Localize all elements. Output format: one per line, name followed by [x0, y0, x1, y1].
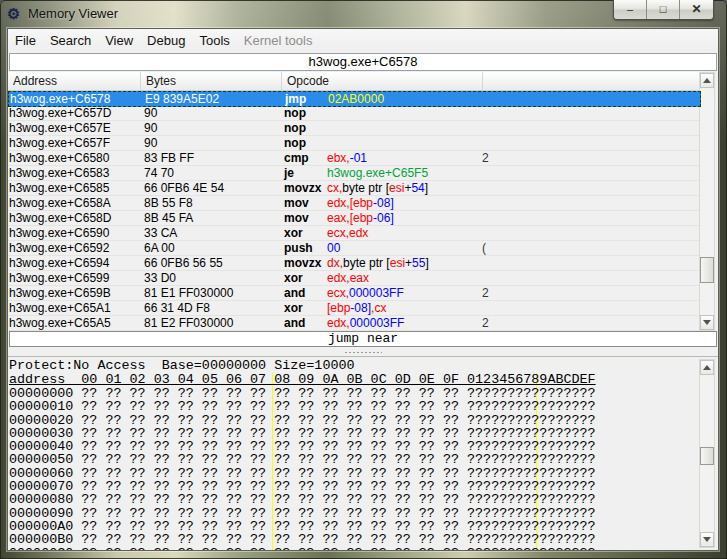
arrow-up-icon	[703, 78, 711, 83]
hex-row[interactable]: 000000C0 ?? ?? ?? ?? ?? ?? ?? ?? ?? ?? ?…	[8, 547, 718, 550]
disasm-row[interactable]: h3wog.exe+C658D8B 45 FAmoveax,[ebp-06]	[8, 211, 701, 226]
row-address: h3wog.exe+C657E	[9, 121, 143, 135]
hex-row[interactable]: 000000A0 ?? ?? ?? ?? ?? ?? ?? ?? ?? ?? ?…	[8, 520, 718, 533]
disasm-row[interactable]: h3wog.exe+C65A581 E2 FF030000andedx,0000…	[8, 316, 701, 331]
row-address: h3wog.exe+C6585	[9, 181, 143, 195]
row-mnemonic: xor	[284, 301, 303, 315]
row-mnemonic: jmp	[285, 92, 306, 106]
hex-row[interactable]: 00000020 ?? ?? ?? ?? ?? ?? ?? ?? ?? ?? ?…	[8, 414, 718, 427]
scroll-up-button[interactable]	[700, 73, 714, 88]
hex-row[interactable]: 00000080 ?? ?? ?? ?? ?? ?? ?? ?? ?? ?? ?…	[8, 493, 718, 506]
menu-file[interactable]: File	[9, 30, 42, 51]
row-comment: 2	[482, 151, 489, 165]
row-bytes: 83 FB FF	[144, 151, 283, 165]
row-operands: ecx,edx	[327, 226, 368, 240]
row-mnemonic: cmp	[284, 151, 309, 165]
menu-tools[interactable]: Tools	[193, 30, 235, 51]
scrollbar-thumb[interactable]	[700, 257, 714, 283]
cheat-engine-icon: ⚙	[7, 5, 24, 22]
row-mnemonic: movzx	[284, 181, 321, 195]
row-bytes: 33 D0	[144, 271, 283, 285]
row-mnemonic: and	[284, 316, 305, 330]
row-mnemonic: mov	[284, 211, 309, 225]
disasm-row[interactable]: h3wog.exe+C65A166 31 4D F8xor[ebp-08],cx	[8, 301, 701, 316]
row-operands: dx,byte ptr [esi+55]	[327, 256, 429, 270]
row-operands: ecx,000003FF	[327, 286, 404, 300]
row-comment: 2	[482, 316, 489, 330]
disasm-row[interactable]: h3wog.exe+C658374 70jeh3wog.exe+C65F5	[8, 166, 701, 181]
disasm-row[interactable]: h3wog.exe+C659466 0FB6 56 55movzxdx,byte…	[8, 256, 701, 271]
menu-bar: FileSearchViewDebugToolsKernel tools	[8, 29, 718, 51]
disasm-row[interactable]: h3wog.exe+C659933 D0xoredx,eax	[8, 271, 701, 286]
hex-row[interactable]: 00000050 ?? ?? ?? ?? ?? ?? ?? ?? ?? ?? ?…	[8, 453, 718, 466]
disasm-row[interactable]: h3wog.exe+C659B81 E1 FF030000andecx,0000…	[8, 286, 701, 301]
row-mnemonic: nop	[284, 106, 306, 120]
arrow-down-icon	[703, 320, 711, 325]
disasm-row[interactable]: h3wog.exe+C658566 0FB6 4E 54movzxcx,byte…	[8, 181, 701, 196]
row-comment: 2	[482, 286, 489, 300]
row-mnemonic: xor	[284, 226, 303, 240]
row-mnemonic: and	[284, 286, 305, 300]
row-operands: [ebp-08],cx	[327, 301, 386, 315]
disasm-row[interactable]: h3wog.exe+C6578E9 839A5E02jmp02AB0000	[8, 91, 701, 107]
close-button[interactable]: ✕	[680, 0, 713, 20]
row-operands: edx,eax	[327, 271, 369, 285]
hex-row[interactable]: 00000010 ?? ?? ?? ?? ?? ?? ?? ?? ?? ?? ?…	[8, 400, 718, 413]
row-operands: cx,byte ptr [esi+54]	[327, 181, 428, 195]
status-bar-container: jump near	[8, 331, 718, 348]
minimize-button[interactable]: –	[614, 0, 647, 20]
title-bar[interactable]: ⚙ Memory Viewer –□✕	[0, 0, 727, 28]
column-header-comment[interactable]	[483, 72, 701, 90]
disasm-row[interactable]: h3wog.exe+C657E90nop	[8, 121, 701, 136]
hex-row[interactable]: 00000090 ?? ?? ?? ?? ?? ?? ?? ?? ?? ?? ?…	[8, 507, 718, 520]
menu-search[interactable]: Search	[44, 30, 97, 51]
row-bytes: 66 0FB6 56 55	[144, 256, 283, 270]
disasm-row[interactable]: h3wog.exe+C65926A 00push00(	[8, 241, 701, 256]
instruction-info-bar: jump near	[9, 331, 717, 347]
hex-row[interactable]: 00000070 ?? ?? ?? ?? ?? ?? ?? ?? ?? ?? ?…	[8, 480, 718, 493]
row-bytes: 33 CA	[144, 226, 283, 240]
row-operands: ebx,-01	[327, 151, 367, 165]
menu-kernel-tools[interactable]: Kernel tools	[238, 30, 319, 51]
maximize-button[interactable]: □	[647, 0, 680, 20]
row-address: h3wog.exe+C65A5	[9, 316, 143, 330]
row-bytes: 8B 55 F8	[144, 196, 283, 210]
row-bytes: 8B 45 FA	[144, 211, 283, 225]
row-address: h3wog.exe+C6583	[9, 166, 143, 180]
disassembly-rows: h3wog.exe+C6578E9 839A5E02jmp02AB0000h3w…	[8, 91, 701, 331]
splitter-grip-icon	[344, 351, 382, 354]
disasm-row[interactable]: h3wog.exe+C657F90nop	[8, 136, 701, 151]
row-operands: 02AB0000	[328, 92, 384, 106]
hex-row[interactable]: 00000060 ?? ?? ?? ?? ?? ?? ?? ?? ?? ?? ?…	[8, 467, 718, 480]
disasm-row[interactable]: h3wog.exe+C657D90nop	[8, 106, 701, 121]
disasm-row[interactable]: h3wog.exe+C658A8B 55 F8movedx,[ebp-08]	[8, 196, 701, 211]
panel-splitter[interactable]	[8, 348, 718, 356]
row-comment: (	[482, 241, 486, 255]
row-address: h3wog.exe+C6594	[9, 256, 143, 270]
column-header-bytes[interactable]: Bytes	[141, 72, 282, 90]
column-header-opcode[interactable]: Opcode	[282, 72, 483, 90]
row-mnemonic: je	[284, 166, 294, 180]
hex-row[interactable]: 00000030 ?? ?? ?? ?? ?? ?? ?? ?? ?? ?? ?…	[8, 427, 718, 440]
hex-row[interactable]: 00000040 ?? ?? ?? ?? ?? ?? ?? ?? ?? ?? ?…	[8, 440, 718, 453]
disasm-row[interactable]: h3wog.exe+C659033 CAxorecx,edx	[8, 226, 701, 241]
row-address: h3wog.exe+C658D	[9, 211, 143, 225]
menu-debug[interactable]: Debug	[141, 30, 191, 51]
row-address: h3wog.exe+C657D	[9, 106, 143, 120]
hex-row[interactable]: 00000000 ?? ?? ?? ?? ?? ?? ?? ?? ?? ?? ?…	[8, 387, 718, 400]
row-bytes: 90	[144, 121, 283, 135]
hex-column-header: address 00 01 02 03 04 05 06 07 08 09 0A…	[8, 373, 718, 387]
disasm-scrollbar[interactable]	[699, 72, 715, 331]
disassembly-panel: AddressBytesOpcode h3wog.exe+C6578E9 839…	[8, 72, 718, 331]
hex-row[interactable]: 000000B0 ?? ?? ?? ?? ?? ?? ?? ?? ?? ?? ?…	[8, 533, 718, 546]
disasm-row[interactable]: h3wog.exe+C658083 FB FFcmpebx,-012	[8, 151, 701, 166]
menu-view[interactable]: View	[99, 30, 139, 51]
row-mnemonic: movzx	[284, 256, 321, 270]
column-header-address[interactable]: Address	[8, 72, 141, 90]
row-mnemonic: mov	[284, 196, 309, 210]
row-address: h3wog.exe+C657F	[9, 136, 143, 150]
scroll-down-button[interactable]	[700, 315, 714, 330]
row-operands: edx,000003FF	[327, 316, 404, 330]
address-input[interactable]: h3wog.exe+C6578	[9, 53, 717, 71]
memory-protect-info: Protect:No Access Base=00000000 Size=100…	[8, 357, 718, 373]
